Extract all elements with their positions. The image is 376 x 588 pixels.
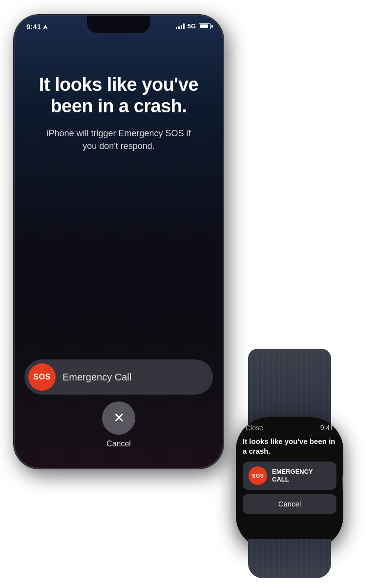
sos-badge: SOS — [28, 363, 56, 391]
watch-time: 9:41 — [320, 424, 334, 432]
cancel-label: Cancel — [106, 440, 131, 448]
network-type: 5G — [188, 22, 196, 30]
watch-sos-button[interactable]: SOS EMERGENCY CALL — [243, 462, 336, 490]
watch-sos-label: EMERGENCY CALL — [272, 468, 331, 483]
signal-bars — [176, 23, 185, 29]
watch-body: Close 9:41 It looks like you've been in … — [236, 417, 343, 549]
signal-bar-2 — [178, 26, 180, 29]
watch-cancel-label: Cancel — [278, 500, 301, 508]
location-icon — [43, 24, 48, 29]
iphone-device: 9:41 5G — [14, 15, 224, 469]
battery-icon — [199, 23, 211, 29]
apple-watch-device: Close 9:41 It looks like you've been in … — [214, 368, 365, 578]
watch-digital-crown[interactable] — [342, 475, 343, 491]
signal-bar-3 — [181, 25, 182, 29]
iphone-screen: 9:41 5G — [15, 16, 223, 468]
crash-title: It looks like you've been in a crash. — [29, 74, 208, 117]
watch-content: It looks like you've been in a crash. SO… — [236, 435, 343, 537]
cancel-area: ✕ Cancel — [102, 401, 135, 448]
watch-sos-badge-text: SOS — [252, 473, 264, 479]
sos-badge-text: SOS — [33, 373, 50, 381]
watch-side-button[interactable] — [343, 504, 343, 513]
time-text: 9:41 — [26, 22, 41, 31]
scene: 9:41 5G — [0, 0, 376, 588]
watch-crash-title: It looks like you've been in a crash. — [243, 437, 336, 456]
watch-band-bottom — [248, 539, 331, 578]
crash-subtitle: iPhone will trigger Emergency SOS if you… — [29, 127, 208, 152]
sos-slider[interactable]: SOS Emergency Call — [24, 359, 213, 395]
watch-cancel-button[interactable]: Cancel — [243, 494, 336, 514]
sos-slider-label: Emergency Call — [63, 372, 131, 383]
watch-close-button[interactable]: Close — [246, 424, 263, 432]
sos-area: SOS Emergency Call — [24, 359, 213, 395]
watch-screen: Close 9:41 It looks like you've been in … — [236, 417, 343, 549]
status-time: 9:41 — [26, 22, 48, 31]
cancel-x-icon: ✕ — [113, 411, 125, 425]
battery-fill — [200, 24, 208, 28]
watch-band-top — [248, 349, 331, 427]
watch-sos-badge: SOS — [249, 466, 267, 485]
status-bar: 9:41 5G — [15, 16, 223, 41]
signal-bar-1 — [176, 27, 177, 29]
cancel-button[interactable]: ✕ — [102, 401, 135, 435]
signal-bar-4 — [183, 23, 185, 29]
status-right: 5G — [176, 22, 211, 30]
